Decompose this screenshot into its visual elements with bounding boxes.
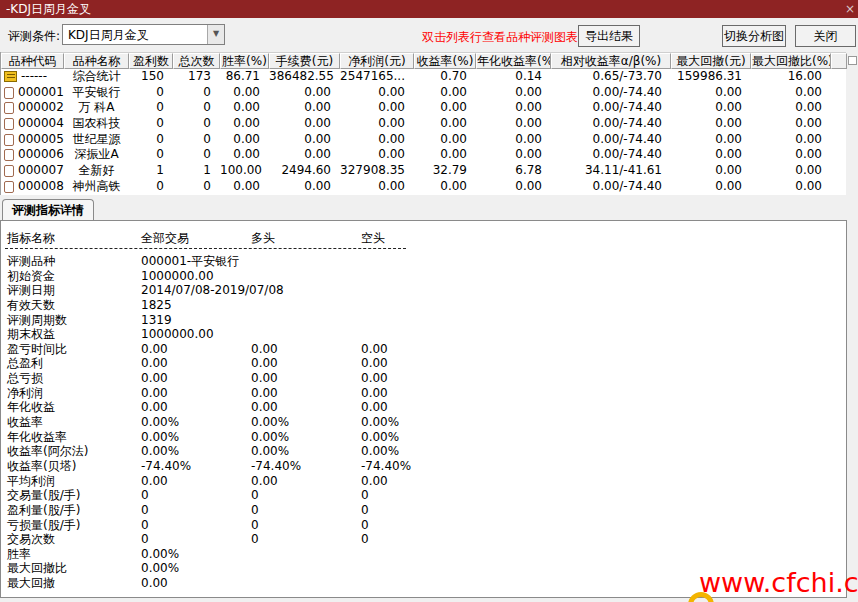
column-header[interactable]: 最大回撤(元) <box>671 53 751 69</box>
table-row[interactable]: 000008神州高铁000.000.000.000.000.000.00/-74… <box>1 179 846 195</box>
detail-column-header: 指标名称 <box>7 230 55 247</box>
page-icon <box>4 181 14 193</box>
switch-analysis-chart-button[interactable]: 切换分析图 <box>722 25 786 47</box>
value-cell: 2547165... <box>340 69 414 85</box>
column-header[interactable]: 年化收益率(%) <box>476 53 551 69</box>
value-cell: 0 <box>173 85 220 101</box>
metric-label: 交易次数 <box>7 532 55 547</box>
metric-label: 评测品种 <box>7 254 55 269</box>
value-cell: 0.00 <box>414 116 476 132</box>
table-row[interactable]: ------综合统计15017386.71386482.552547165...… <box>1 69 846 85</box>
table-row[interactable]: 000001平安银行000.000.000.000.000.000.00/-74… <box>1 85 846 101</box>
condition-combobox[interactable]: KDJ日周月金叉 ▼ <box>62 24 225 45</box>
metric-value: 0.00 <box>251 474 278 489</box>
close-button[interactable]: 关闭 <box>795 25 856 47</box>
detail-row: 总亏损0.000.000.00 <box>1 371 846 386</box>
symbol-code: 000006 <box>18 147 64 163</box>
table-row[interactable]: 000005世纪星源000.000.000.000.000.000.00/-74… <box>1 132 846 148</box>
symbol-name: 万 科A <box>64 100 129 116</box>
detail-column-header: 多头 <box>251 230 275 247</box>
tab-evaluation-detail[interactable]: 评测指标详情 <box>2 199 94 221</box>
column-header[interactable]: 相对收益率α/β(%) <box>551 53 671 69</box>
value-cell: 0.00 <box>414 147 476 163</box>
value-cell: 0.00 <box>414 85 476 101</box>
symbol-code: 000007 <box>18 163 64 179</box>
column-header[interactable]: 最大回撤比(%) <box>751 53 831 69</box>
metric-value: 0.00% <box>141 430 179 445</box>
column-header[interactable]: 品种名称 <box>64 53 129 69</box>
table-row[interactable]: 000002万 科A000.000.000.000.000.000.00/-74… <box>1 100 846 116</box>
metric-value: 0 <box>361 532 369 547</box>
toolbar: 评测条件: KDJ日周月金叉 ▼ 双击列表行查看品种评测图表 导出结果 切换分析… <box>0 18 858 52</box>
chevron-down-icon[interactable]: ▼ <box>207 25 224 44</box>
value-cell: 0.00/-74.40 <box>551 116 671 132</box>
detail-row: 期末权益1000000.00 <box>1 327 846 342</box>
metric-value: -74.40% <box>251 459 301 474</box>
table-row[interactable]: 000006深振业A000.000.000.000.000.000.00/-74… <box>1 147 846 163</box>
metric-value: 0.00 <box>251 342 278 357</box>
value-cell: 0.65/-73.70 <box>551 69 671 85</box>
metric-value: 0 <box>141 518 149 533</box>
value-cell: 0.00 <box>220 100 269 116</box>
value-cell: 0.00/-74.40 <box>551 147 671 163</box>
page-icon <box>4 87 14 99</box>
value-cell: 0.00 <box>476 85 551 101</box>
symbol-code: 000005 <box>18 132 64 148</box>
value-cell: 0.70 <box>414 69 476 85</box>
value-cell: 0.00 <box>340 100 414 116</box>
value-cell: 0.00 <box>220 147 269 163</box>
column-header[interactable]: 胜率(%) <box>220 53 269 69</box>
column-header[interactable]: 手续费(元) <box>269 53 340 69</box>
column-header[interactable]: 收益率(%) <box>414 53 476 69</box>
metric-value: 0.00 <box>141 356 168 371</box>
metric-label: 最大回撤 <box>7 576 55 591</box>
metric-value: 1000000.00 <box>141 269 214 284</box>
export-results-button[interactable]: 导出结果 <box>578 25 640 47</box>
symbol-code: ------ <box>21 69 47 85</box>
column-header[interactable]: 品种代码 <box>1 53 64 69</box>
value-cell: 0.00/-74.40 <box>551 100 671 116</box>
metric-label: 平均利润 <box>7 474 55 489</box>
detail-row: 有效天数1825 <box>1 298 846 313</box>
metric-value: 0.00 <box>361 342 388 357</box>
detail-row: 评测品种000001-平安银行 <box>1 254 846 269</box>
metric-label: 交易量(股/手) <box>7 488 80 503</box>
value-cell: 0 <box>129 85 173 101</box>
metric-value: 1319 <box>141 313 172 328</box>
symbol-name: 全新好 <box>64 163 129 179</box>
metric-label: 年化收益率 <box>7 430 67 445</box>
table-row[interactable]: 000004国农科技000.000.000.000.000.000.00/-74… <box>1 116 846 132</box>
value-cell: 0 <box>129 132 173 148</box>
value-cell: 327908.35 <box>340 163 414 179</box>
close-icon[interactable]: × <box>843 0 857 18</box>
value-cell: 0.00 <box>671 179 751 195</box>
scroll-corner <box>848 56 857 65</box>
page-icon <box>4 102 14 114</box>
metric-label: 亏损量(股/手) <box>7 518 80 533</box>
results-table-header: 品种代码品种名称盈利数总次数胜率(%)手续费(元)净利润(元)收益率(%)年化收… <box>1 52 846 69</box>
metric-value: -74.40% <box>141 459 191 474</box>
value-cell: 100.00 <box>220 163 269 179</box>
value-cell: 6.78 <box>476 163 551 179</box>
value-cell: 0.00 <box>476 132 551 148</box>
column-header[interactable]: 盈利数 <box>129 53 173 69</box>
value-cell: 0.00 <box>269 100 340 116</box>
value-cell: 0.00 <box>414 100 476 116</box>
metric-value: 0.00 <box>141 386 168 401</box>
table-row[interactable]: 000007全新好11100.002494.60327908.3532.796.… <box>1 163 846 179</box>
metric-label: 评测日期 <box>7 283 55 298</box>
results-table-body: ------综合统计15017386.71386482.552547165...… <box>1 69 846 195</box>
column-header[interactable]: 总次数 <box>173 53 220 69</box>
detail-row: 收益率(贝塔)-74.40%-74.40%-74.40% <box>1 459 846 474</box>
metric-value: 2014/07/08-2019/07/08 <box>141 283 284 298</box>
value-cell: 0.00 <box>751 100 831 116</box>
page-icon <box>4 149 14 161</box>
symbol-name: 世纪星源 <box>64 132 129 148</box>
metric-value: 0.00% <box>251 415 289 430</box>
value-cell: 0.00 <box>476 179 551 195</box>
page-icon <box>4 118 14 130</box>
value-cell: 0.00 <box>269 85 340 101</box>
detail-row: 胜率0.00% <box>1 547 846 562</box>
column-header[interactable]: 净利润(元) <box>340 53 414 69</box>
metric-value: 1825 <box>141 298 172 313</box>
